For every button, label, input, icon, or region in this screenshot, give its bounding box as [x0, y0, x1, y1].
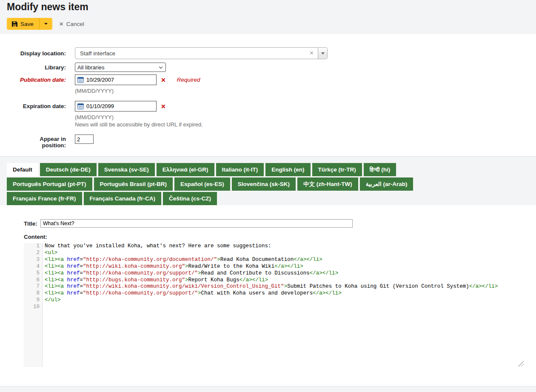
content-editor[interactable]: 12345678910 Now that you've installed Ko… — [24, 243, 524, 367]
tab-deutsch-de-de[interactable]: Deutsch (de-DE) — [40, 163, 97, 176]
editor-code[interactable]: Now that you've installed Koha, what's n… — [43, 243, 524, 367]
save-button-group: Save — [7, 18, 52, 30]
library-select-value: All libraries — [77, 64, 105, 71]
editor-line[interactable]: Now that you've installed Koha, what's n… — [45, 243, 524, 250]
expiration-date-field[interactable] — [75, 101, 157, 112]
line-number: 6 — [24, 277, 40, 284]
tab-zh-hant-tw[interactable]: 中文 (zh-Hant-TW) — [297, 177, 358, 191]
save-button-label: Save — [20, 21, 34, 27]
language-tabs: DefaultDeutsch (de-DE)Svenska (sv-SE)Ελλ… — [7, 163, 466, 205]
tab-el-gr[interactable]: Ελληνικά (el-GR) — [157, 163, 214, 176]
footer-strip — [0, 386, 536, 392]
tab-sloven-ina-sk-sk[interactable]: Slovenčina (sk-SK) — [232, 177, 296, 191]
display-location-select[interactable]: Staff interface × — [75, 47, 328, 59]
clear-expiration-date-icon[interactable]: ✕ — [161, 103, 166, 110]
tab-espa-ol-es-es[interactable]: Español (es-ES) — [174, 177, 230, 191]
line-number: 8 — [24, 290, 40, 297]
clear-publication-date-icon[interactable]: ✕ — [161, 77, 166, 83]
editor-line[interactable]: <ul> — [45, 250, 524, 257]
chevron-down-icon — [159, 65, 163, 68]
tab-hi[interactable]: हिन्दी (hi) — [364, 163, 396, 176]
publication-date-field[interactable] — [75, 74, 157, 85]
tab-fran-ais-france-fr-fr[interactable]: Français France (fr-FR) — [7, 192, 82, 205]
tab-svenska-sv-se[interactable]: Svenska (sv-SE) — [98, 163, 155, 176]
expiration-date-input[interactable] — [86, 103, 154, 109]
floppy-icon — [12, 21, 17, 27]
line-number: 4 — [24, 263, 40, 270]
news-item-form: Display location: Staff interface × Libr… — [0, 34, 536, 149]
line-number: 3 — [24, 257, 40, 263]
display-location-value: Staff interface — [75, 50, 305, 57]
position-input[interactable] — [75, 134, 94, 144]
save-button[interactable]: Save — [7, 18, 40, 30]
publication-date-hint: (MM/DD/YYYY) — [75, 88, 200, 94]
editor-line[interactable] — [45, 304, 524, 311]
expiration-date-hint: (MM/DD/YYYY) — [75, 114, 203, 120]
publication-date-label: Publication date: — [7, 74, 66, 94]
line-number: 1 — [24, 243, 40, 250]
tab-italiano-it-it[interactable]: Italiano (it-IT) — [216, 163, 264, 176]
tab-default[interactable]: Default — [7, 163, 38, 176]
library-select[interactable]: All libraries — [75, 63, 166, 72]
title-input[interactable] — [40, 219, 353, 228]
tab-portugu-s-brasil-pt-br[interactable]: Português Brasil (pt-BR) — [94, 177, 173, 191]
line-number: 7 — [24, 283, 40, 290]
tab-portugu-s-portugal-pt-pt[interactable]: Português Portugal (pt-PT) — [7, 177, 92, 191]
close-icon: ✕ — [59, 21, 64, 27]
position-label: Appear in position: — [7, 134, 66, 149]
tab-t-rk-e-tr-tr[interactable]: Türkçe (tr-TR) — [312, 163, 362, 176]
calendar-icon[interactable] — [77, 77, 84, 83]
publication-date-input[interactable] — [86, 77, 154, 83]
content-label: Content: — [24, 234, 529, 240]
line-number: 10 — [24, 304, 40, 311]
editor-line[interactable]: <li><a href="http://wiki.koha-community.… — [45, 283, 524, 290]
expiration-date-note: News will still be accessible by direct … — [75, 121, 203, 128]
required-text: Required — [177, 77, 200, 83]
language-tabs-region: DefaultDeutsch (de-DE)Svenska (sv-SE)Ελλ… — [0, 156, 536, 205]
default-tab-panel: Title: Content: 12345678910 Now that you… — [0, 205, 536, 367]
select2-clear-icon[interactable]: × — [305, 50, 318, 57]
save-dropdown-toggle[interactable] — [40, 18, 52, 30]
cancel-link[interactable]: ✕ Cancel — [59, 21, 84, 27]
caret-down-icon — [44, 23, 48, 25]
line-number: 9 — [24, 297, 40, 304]
calendar-icon[interactable] — [77, 103, 84, 109]
display-location-label: Display location: — [7, 47, 66, 59]
editor-line[interactable]: <li><a href="http://bugs.koha-community.… — [45, 277, 524, 284]
editor-line[interactable]: <li><a href="http://koha-community.org/d… — [45, 257, 524, 263]
editor-line[interactable]: <li><a href="http://koha-community.org/s… — [45, 270, 524, 277]
tab-english-en[interactable]: English (en) — [265, 163, 310, 176]
select2-dropdown-arrow-icon[interactable] — [318, 48, 327, 59]
expiration-date-label: Expiration date: — [7, 101, 66, 128]
tab-fran-ais-canada-fr-ca[interactable]: Français Canada (fr-CA) — [84, 192, 162, 205]
cancel-link-label: Cancel — [66, 21, 84, 27]
page-header: Modify news item Save — [0, 0, 536, 34]
editor-line[interactable]: </ul> — [45, 297, 524, 304]
title-label: Title: — [24, 220, 37, 227]
editor-line[interactable]: <li><a href="http://wiki.koha-community.… — [45, 263, 524, 270]
editor-line[interactable]: <li><a href="http://koha-community.org/s… — [45, 290, 524, 297]
page-title: Modify news item — [7, 1, 529, 13]
line-number: 2 — [24, 250, 40, 257]
tab-ar-arab[interactable]: العربية (ar-Arab) — [360, 177, 413, 191]
toolbar: Save ✕ Cancel — [7, 18, 529, 30]
tab-e-tina-cs-cz[interactable]: Čeština (cs-CZ) — [163, 192, 217, 205]
editor-gutter: 12345678910 — [24, 243, 43, 367]
library-label: Library: — [7, 63, 66, 72]
line-number: 5 — [24, 270, 40, 277]
